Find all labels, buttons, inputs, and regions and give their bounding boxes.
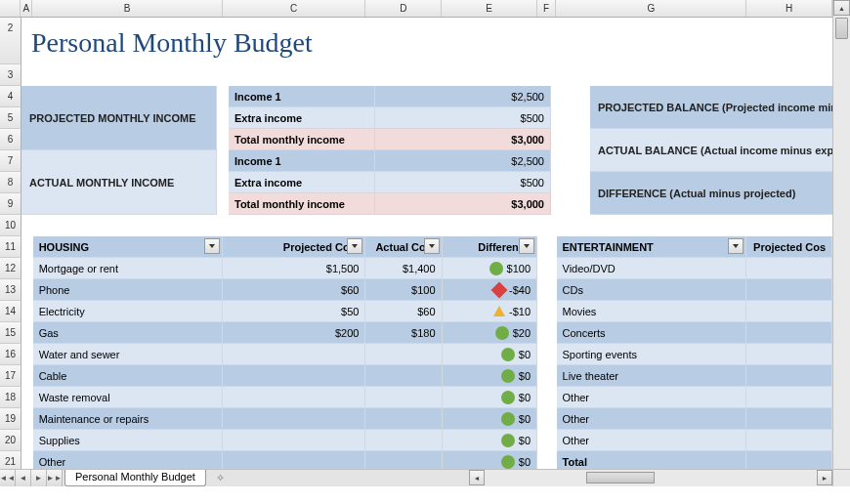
- cell[interactable]: Phone: [33, 279, 224, 301]
- cell[interactable]: Total monthly income: [229, 129, 375, 150]
- col-projected-cost-2[interactable]: Projected Cos: [746, 236, 832, 258]
- cell[interactable]: Live theater: [557, 365, 747, 387]
- cell[interactable]: $20: [443, 322, 538, 344]
- col-header[interactable]: C: [223, 0, 365, 17]
- row-header[interactable]: 12: [0, 258, 21, 279]
- cell[interactable]: [223, 387, 365, 408]
- cell[interactable]: $500: [375, 107, 551, 129]
- cell[interactable]: [365, 451, 442, 469]
- row-header[interactable]: 17: [0, 365, 21, 387]
- col-header[interactable]: H: [746, 0, 832, 17]
- row-header[interactable]: 8: [0, 172, 21, 193]
- cell[interactable]: Other: [557, 387, 747, 408]
- row-header[interactable]: 9: [0, 193, 21, 215]
- row-header[interactable]: 16: [0, 344, 21, 365]
- vertical-scrollbar[interactable]: ▲ ▼: [832, 0, 850, 486]
- cell[interactable]: $0: [443, 365, 538, 387]
- cell[interactable]: [746, 430, 832, 451]
- cell[interactable]: [746, 387, 832, 408]
- row-header[interactable]: 13: [0, 279, 21, 301]
- row-header[interactable]: 10: [0, 215, 21, 236]
- cell[interactable]: Mortgage or rent: [33, 258, 224, 279]
- col-header[interactable]: D: [365, 0, 442, 17]
- new-sheet-button[interactable]: ✧: [210, 470, 232, 486]
- cell[interactable]: [223, 430, 365, 451]
- row-header[interactable]: 5: [0, 107, 21, 129]
- row-header[interactable]: 15: [0, 322, 21, 344]
- cell[interactable]: [746, 451, 832, 469]
- cell[interactable]: [365, 387, 442, 408]
- cell[interactable]: Extra income: [229, 172, 375, 193]
- cell[interactable]: Other: [557, 430, 747, 451]
- scroll-up-button[interactable]: ▲: [833, 0, 850, 16]
- cell[interactable]: $200: [223, 322, 365, 344]
- select-all-corner[interactable]: [0, 0, 21, 17]
- cell[interactable]: [746, 322, 832, 344]
- filter-dropdown-icon[interactable]: [347, 238, 362, 254]
- row-header[interactable]: 4: [0, 86, 21, 107]
- cell[interactable]: Electricity: [33, 301, 224, 322]
- cell[interactable]: $0: [443, 408, 538, 430]
- cell[interactable]: $100: [365, 279, 442, 301]
- cell[interactable]: $0: [443, 451, 538, 469]
- cell[interactable]: Total: [557, 451, 747, 469]
- row-header[interactable]: 14: [0, 301, 21, 322]
- cell[interactable]: $3,000: [375, 193, 551, 215]
- cell[interactable]: $0: [443, 344, 538, 365]
- cell[interactable]: Sporting events: [557, 344, 747, 365]
- cell[interactable]: Other: [557, 408, 747, 430]
- cell[interactable]: [365, 430, 442, 451]
- scroll-thumb-h[interactable]: [586, 472, 655, 483]
- cell[interactable]: $0: [443, 430, 538, 451]
- scroll-left-button[interactable]: ◄: [469, 470, 485, 485]
- row-header[interactable]: 7: [0, 150, 21, 172]
- row-header[interactable]: 21: [0, 451, 21, 469]
- col-header[interactable]: A: [21, 0, 32, 17]
- cell[interactable]: $3,000: [375, 129, 551, 150]
- row-header[interactable]: 2: [0, 18, 21, 64]
- housing-header[interactable]: HOUSING: [33, 236, 224, 258]
- col-header[interactable]: F: [537, 0, 557, 17]
- horizontal-scrollbar[interactable]: ◄ ►: [469, 469, 832, 486]
- cells-grid[interactable]: Personal Monthly Budget PROJECTED MONTHL…: [21, 18, 832, 469]
- row-header[interactable]: 18: [0, 387, 21, 408]
- cell[interactable]: $100: [443, 258, 538, 279]
- tab-nav-first[interactable]: ◄◄: [0, 470, 16, 486]
- filter-dropdown-icon[interactable]: [519, 238, 534, 254]
- cell[interactable]: [223, 451, 365, 469]
- cell[interactable]: [223, 365, 365, 387]
- cell[interactable]: $0: [443, 387, 538, 408]
- tab-nav-next[interactable]: ►: [31, 470, 47, 486]
- cell[interactable]: $2,500: [375, 86, 551, 107]
- col-actual-cost[interactable]: Actual Cost: [365, 236, 442, 258]
- cell[interactable]: $2,500: [375, 150, 551, 172]
- cell[interactable]: [223, 344, 365, 365]
- cell[interactable]: Other: [33, 451, 224, 469]
- cell[interactable]: [746, 365, 832, 387]
- row-header[interactable]: 6: [0, 129, 21, 150]
- tab-nav-last[interactable]: ►►: [47, 470, 63, 486]
- cell[interactable]: Water and sewer: [33, 344, 224, 365]
- cell[interactable]: $50: [223, 301, 365, 322]
- cell[interactable]: -$10: [443, 301, 538, 322]
- cell[interactable]: Gas: [33, 322, 224, 344]
- cell[interactable]: Income 1: [229, 86, 375, 107]
- cell[interactable]: $60: [365, 301, 442, 322]
- cell[interactable]: [365, 408, 442, 430]
- cell[interactable]: Maintenance or repairs: [33, 408, 224, 430]
- filter-dropdown-icon[interactable]: [204, 238, 220, 254]
- cell[interactable]: [746, 301, 832, 322]
- entertainment-header[interactable]: ENTERTAINMENT: [557, 236, 747, 258]
- cell[interactable]: Income 1: [229, 150, 375, 172]
- cell[interactable]: Waste removal: [33, 387, 224, 408]
- tab-nav-prev[interactable]: ◄: [16, 470, 31, 486]
- col-difference[interactable]: Difference: [443, 236, 538, 258]
- cell[interactable]: Concerts: [557, 322, 747, 344]
- row-header[interactable]: 19: [0, 408, 21, 430]
- cell[interactable]: [365, 344, 442, 365]
- cell[interactable]: [365, 365, 442, 387]
- cell[interactable]: $180: [365, 322, 442, 344]
- cell[interactable]: Movies: [557, 301, 747, 322]
- cell[interactable]: Video/DVD: [557, 258, 747, 279]
- col-header[interactable]: G: [556, 0, 746, 17]
